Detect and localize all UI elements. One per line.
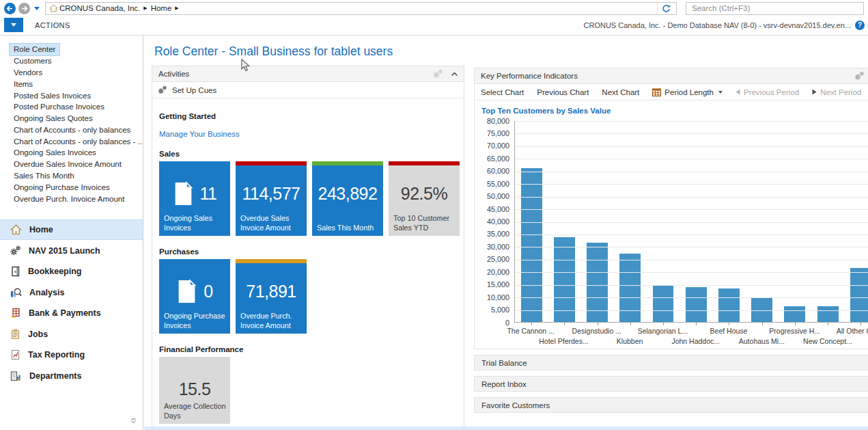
x-tick-label: New Concept... (803, 337, 852, 345)
help-icon[interactable]: ? (855, 21, 865, 30)
activities-body: Getting Started Manage Your Business Sal… (152, 98, 464, 430)
kpi-column: Key Performance Indicators Select ChartP… (474, 68, 868, 430)
toolbar-previous-period[interactable]: Previous Period (736, 88, 799, 96)
breadcrumb-company[interactable]: CRONUS Canada, Inc. (58, 4, 141, 12)
y-tick-label: 25,000 (487, 255, 509, 263)
dropdown-caret-icon[interactable] (34, 7, 40, 10)
cue-label: Sales This Month (317, 224, 381, 232)
y-tick-label: 20,000 (487, 268, 509, 276)
scroll-down-icon[interactable] (130, 414, 137, 427)
sidebar-link-sales-this-month[interactable]: Sales This Month (10, 170, 143, 182)
chart-bar-john-haddoc[interactable] (686, 287, 707, 322)
sidebar-item-bank-payments[interactable]: Bank & Payments (0, 303, 143, 324)
toolbar-next-period[interactable]: Next Period (812, 88, 861, 96)
sidebar-link-overdue-purch-invoice-amount[interactable]: Overdue Purch. Invoice Amount (10, 193, 143, 204)
refresh-icon[interactable] (657, 3, 675, 14)
nav-item-label: Analysis (29, 288, 64, 297)
tab-actions[interactable]: ACTIONS (35, 21, 70, 29)
breadcrumb-separator-icon: ▶ (143, 5, 147, 11)
toolbar-select-chart[interactable]: Select Chart (481, 88, 524, 96)
toolbar-period-length[interactable]: Period Length (652, 88, 723, 96)
group-heading-financial-performance: Financial Performance (159, 345, 457, 353)
gridline (515, 272, 868, 273)
sidebar-item-home[interactable]: Home (0, 219, 143, 241)
kpi-header[interactable]: Key Performance Indicators (475, 68, 868, 84)
cue-tile-ongoing-purchase-invoices[interactable]: 0Ongoing Purchase Invoices (159, 259, 230, 334)
cue-tile-top-10-customer-sales-ytd[interactable]: 92.5%Top 10 Customer Sales YTD (389, 161, 460, 236)
calendar-icon (652, 88, 661, 96)
panel-trial-balance[interactable]: Trial Balance (474, 355, 868, 371)
sidebar-link-posted-purchase-invoices[interactable]: Posted Purchase Invoices (10, 101, 143, 113)
sidebar-link-vendors[interactable]: Vendors (10, 67, 143, 79)
x-tick-label: Klubben (617, 337, 643, 345)
y-tick-label: 35,000 (487, 230, 509, 238)
breadcrumb-separator-icon: ▶ (175, 5, 178, 11)
y-tick-label: 50,000 (487, 192, 509, 200)
app-menu-button[interactable] (4, 18, 23, 32)
cue-tile-average-collection-days[interactable]: 15.5Average Collection Days (159, 357, 230, 424)
sidebar-item-tax-reporting[interactable]: Tax Reporting (0, 345, 143, 366)
chevron-up-icon[interactable] (451, 72, 458, 76)
chart-bar-new-concept[interactable] (817, 306, 839, 322)
x-tick-label: Autohaus Mi... (739, 337, 785, 345)
search-input[interactable] (690, 3, 859, 13)
gears-icon[interactable] (854, 71, 865, 81)
x-tick-label: Progressive H... (769, 327, 820, 335)
sidebar-link-chart-of-accounts-only-balances[interactable]: Chart of Accounts - only balances (10, 124, 143, 135)
cue-tile-overdue-purch-invoice-amount[interactable]: 71,891Overdue Purch. Invoice Amount (236, 259, 307, 334)
chart-bar-progressive-h[interactable] (784, 306, 805, 322)
clipboard-icon (10, 329, 20, 340)
sidebar-link-ongoing-sales-invoices[interactable]: Ongoing Sales Invoices (10, 147, 143, 159)
gridline (515, 172, 868, 172)
activities-header[interactable]: Activities (152, 66, 464, 82)
cue-tile-sales-this-month[interactable]: 243,892Sales This Month (312, 161, 383, 236)
panel-favorite-customers[interactable]: Favorite Customers (474, 397, 868, 413)
y-tick-label: 40,000 (487, 217, 509, 226)
home-icon[interactable] (49, 4, 58, 12)
sidebar-link-customers[interactable]: Customers (10, 55, 143, 67)
sidebar-link-chart-of-accounts-only-balances[interactable]: Chart of Accounts - only balances - ... (10, 135, 143, 147)
gridline (515, 184, 868, 185)
tile-body: 11 (159, 178, 230, 209)
cue-tile-overdue-sales-invoice-amount[interactable]: 114,577Overdue Sales Invoice Amount (236, 161, 307, 236)
sidebar-nav: HomeNAV 2015 LaunchaBookkeepingAnalysisB… (0, 219, 143, 386)
sidebar-item-nav-2015-launch[interactable]: NAV 2015 Launch (0, 240, 143, 261)
sidebar-item-jobs[interactable]: Jobs (0, 323, 143, 345)
chart-x-axis: The Cannon ...Hotel Pferdes...Designstud… (514, 324, 868, 349)
sidebar-link-ongoing-sales-quotes[interactable]: Ongoing Sales Quotes (10, 113, 143, 124)
bottom-scroll-strip[interactable] (144, 427, 868, 430)
set-up-cues-button[interactable]: Set Up Cues (152, 82, 464, 98)
chart-bar-selangorian-l[interactable] (653, 285, 674, 322)
gridline (515, 159, 868, 159)
sidebar-link-role-center[interactable]: Role Center (10, 44, 59, 55)
tile-status-bar (312, 161, 383, 165)
tile-status-bar (236, 259, 307, 263)
address-bar[interactable]: CRONUS Canada, Inc. ▶ Home ▶ (45, 2, 677, 15)
sidebar-link-overdue-sales-invoice-amount[interactable]: Overdue Sales Invoice Amount (10, 159, 143, 170)
chart-bar-beef-house[interactable] (718, 288, 740, 322)
sidebar-link-items[interactable]: Items (10, 78, 143, 90)
sidebar-link-ongoing-purchase-invoices[interactable]: Ongoing Purchase Invoices (10, 181, 143, 193)
tile-row: 11Ongoing Sales Invoices114,577Overdue S… (159, 161, 457, 236)
manage-your-business-link[interactable]: Manage Your Business (159, 130, 240, 138)
toolbar-next-chart[interactable]: Next Chart (602, 88, 639, 96)
chart-bar-klubben[interactable] (619, 254, 641, 322)
cue-tile-ongoing-sales-invoices[interactable]: 11Ongoing Sales Invoices (159, 161, 230, 236)
cue-label: Average Collection Days (164, 402, 228, 420)
nav-item-label: Bookkeeping (28, 267, 82, 276)
forward-icon[interactable] (18, 3, 30, 14)
chart-bar-the-cannon[interactable] (521, 168, 542, 322)
ribbon-status: CRONUS Canada, Inc. - Demo Database NAV … (584, 21, 868, 30)
sidebar-item-analysis[interactable]: Analysis (0, 282, 143, 303)
chart-bar-all-other-cus[interactable] (850, 268, 868, 322)
toolbar-previous-chart[interactable]: Previous Chart (537, 88, 589, 96)
back-icon[interactable] (4, 3, 16, 14)
tile-status-bar (389, 161, 460, 165)
sidebar-link-posted-sales-invoices[interactable]: Posted Sales Invoices (10, 90, 143, 101)
sidebar-item-departments[interactable]: Departments (0, 365, 143, 386)
panel-report-inbox[interactable]: Report Inbox (474, 376, 868, 392)
gears-icon[interactable] (433, 69, 443, 79)
breadcrumb-home[interactable]: Home (150, 4, 173, 12)
chart-bar-hotel-pferdes[interactable] (554, 237, 575, 322)
sidebar-item-bookkeeping[interactable]: aBookkeeping (0, 261, 143, 282)
